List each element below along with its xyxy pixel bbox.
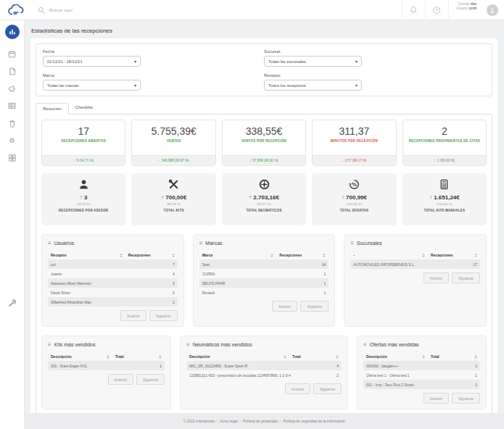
list-icon: ≡ — [48, 240, 51, 246]
list-icon: ≡ — [186, 341, 190, 348]
receptor-label: Receptor: — [264, 73, 485, 78]
sidebar-item-announcements[interactable] — [0, 80, 24, 97]
sort-icon — [107, 355, 110, 359]
receptor-select[interactable]: Todos los receptores ▾ — [264, 80, 362, 91]
table-row: Assessor Albert Marimon3 — [48, 278, 178, 288]
table-title: Kits más vendidos — [54, 342, 96, 347]
sidebar-item-calendar[interactable] — [0, 45, 24, 62]
table-row: Joanto4 — [48, 269, 178, 278]
previous-page-button[interactable]: Anterior — [424, 272, 450, 283]
table-title: Ofertas más vendidas — [370, 342, 419, 347]
sort-icon — [422, 355, 425, 359]
total-percent: (80,29 %) — [131, 202, 215, 206]
previous-page-button[interactable]: Anterior — [424, 393, 450, 404]
tab-checklist[interactable]: Checklist — [69, 102, 99, 114]
column-header-recepciones[interactable]: Recepciones — [279, 253, 326, 257]
sucursal-label: Sucursal: — [264, 49, 485, 54]
previous-page-button[interactable]: Anterior — [108, 374, 134, 385]
total-card-kits: ↑ 700,00€ (80,29 %) TOTAL KITS — [131, 173, 215, 225]
separator: - — [217, 419, 218, 423]
next-page-button[interactable]: Siguiente — [452, 272, 480, 283]
column-header-marca[interactable]: Marca — [202, 253, 280, 257]
help-icon: ? — [433, 7, 440, 14]
sidebar-item-trash[interactable] — [0, 114, 24, 132]
fecha-select[interactable]: 01/12/21 - 18/12/21 ▾ — [43, 56, 141, 67]
sidebar-item-tools[interactable] — [0, 294, 24, 312]
sidebar-item-modules[interactable] — [0, 149, 24, 167]
sidebar-item-statistics[interactable] — [5, 25, 20, 39]
next-page-button[interactable]: Siguiente — [313, 383, 342, 394]
sort-icon — [336, 355, 339, 359]
filter-sucursal: Sucursal: Todas las sucursales ▾ — [264, 49, 485, 67]
app-logo[interactable] — [0, 0, 33, 20]
footer-link-aviso-legal[interactable]: Aviso legal — [220, 419, 237, 423]
column-header-total[interactable]: Total — [431, 354, 477, 359]
column-header-recepciones[interactable]: Recepciones — [128, 253, 175, 257]
separator: - — [240, 419, 241, 423]
cloud-logo-icon — [7, 4, 26, 16]
column-header-total[interactable]: Total — [115, 354, 162, 359]
column-header-total[interactable]: Total — [292, 354, 339, 359]
next-page-button[interactable]: Siguiente — [452, 393, 480, 404]
total-value: ↑ 3 — [41, 194, 125, 201]
kpi-card-minutos-por-recepcion: 311,37 MINUTOS POR RECEPCIÓN ↓ 2,57 (99,… — [312, 120, 396, 166]
search-input[interactable] — [49, 8, 267, 12]
avatar[interactable] — [487, 4, 498, 16]
column-header-sucursal[interactable]: - — [353, 253, 431, 257]
total-percent: (92,27 %) — [222, 202, 306, 206]
footer-link-seguridad[interactable]: Política de seguridad de la información — [283, 419, 345, 423]
tables-row-2: ≡ Kits más vendidos Descripción Total — [41, 336, 487, 409]
topbar-right: ? Cuenta: dev Usuario: jordi — [402, 0, 504, 20]
help-button[interactable]: ? — [425, 0, 448, 20]
tab-resumen[interactable]: Resumen — [36, 103, 69, 114]
table-row: 001 - Imp - Tacx Flux 2 Smart1 — [363, 380, 480, 389]
search-bar[interactable] — [33, 0, 402, 20]
column-header-receptor[interactable]: Receptor — [51, 253, 128, 257]
kpi-row: 17 RECEPCIONES ABIERTAS ↑ 6 (64,71 %) 5.… — [41, 120, 487, 166]
next-page-button[interactable]: Siguiente — [149, 310, 178, 321]
column-header-recepciones[interactable]: Recepciones — [431, 253, 477, 257]
previous-page-button[interactable]: Anterior — [285, 383, 311, 394]
kpi-card-recepciones-citas: 2 RECEPCIONES PROVINIENTES DE CITAS ↑ 1 … — [402, 120, 487, 166]
list-icon: ≡ — [350, 240, 354, 246]
total-percent: (100,00 %) — [312, 202, 396, 206]
sucursal-select[interactable]: Todas las sucursales ▾ — [264, 56, 362, 67]
filter-receptor: Receptor: Todos los receptores ▾ — [264, 73, 485, 91]
notifications-button[interactable] — [402, 0, 425, 20]
sidebar-item-settings[interactable]: ⚙ — [0, 132, 24, 149]
column-header-descripcion[interactable]: Descripción — [366, 354, 431, 359]
tabs: Resumen Checklist — [36, 102, 492, 114]
next-page-button[interactable]: Siguiente — [300, 301, 329, 312]
previous-page-button[interactable]: Anterior — [120, 310, 146, 321]
trend-up-icon: ↑ — [429, 194, 432, 201]
sidebar-item-tables[interactable] — [0, 97, 24, 114]
table-row: CUPRA1 — [199, 269, 329, 278]
kpi-delta: ↓ 2,57 (99,17 %) — [313, 155, 395, 165]
top-bar: ? Cuenta: dev Usuario: jordi — [0, 0, 504, 20]
sidebar-item-documents[interactable] — [0, 62, 24, 80]
column-header-descripcion[interactable]: Descripción — [189, 354, 292, 359]
wrench-icon — [8, 299, 16, 307]
tools-icon — [168, 178, 179, 190]
tables-row-1: ≡ Usuarios Receptor Recepciones — [41, 234, 487, 327]
marca-select[interactable]: Todas las marcas ▾ — [43, 80, 141, 91]
trend-up-icon: ↑ — [249, 194, 252, 201]
total-label: TOTAL KITS MANUALES — [402, 209, 487, 212]
footer-link-privacidad[interactable]: Política de privacidad — [243, 419, 278, 423]
megaphone-icon — [8, 85, 16, 93]
table-card-kits: ≡ Kits más vendidos Descripción Total — [41, 336, 171, 409]
list-icon: ≡ — [199, 240, 203, 246]
kpi-delta: ↑ 346,98€ (93,97 %) — [132, 155, 215, 165]
sort-icon — [284, 355, 286, 359]
kpi-label: VENTAS — [132, 137, 215, 144]
previous-page-button[interactable]: Anterior — [272, 301, 298, 312]
total-label: TOTAL KITS — [131, 209, 215, 212]
statistics-panel: Fecha: 01/12/21 - 18/12/21 ▾ Sucursal: T… — [30, 38, 497, 420]
filter-fecha: Fecha: 01/12/21 - 18/12/21 ▾ — [43, 49, 264, 67]
table-row: AUTOMOVILES INFORSERVEIS S.L.17 — [350, 259, 480, 269]
column-header-descripcion[interactable]: Descripción — [51, 354, 115, 359]
stats-icon — [9, 28, 16, 36]
kpi-label: RECEPCIONES ABIERTAS — [42, 137, 125, 144]
total-label: TOTAL OFERTAS — [312, 209, 396, 212]
next-page-button[interactable]: Siguiente — [136, 374, 165, 385]
